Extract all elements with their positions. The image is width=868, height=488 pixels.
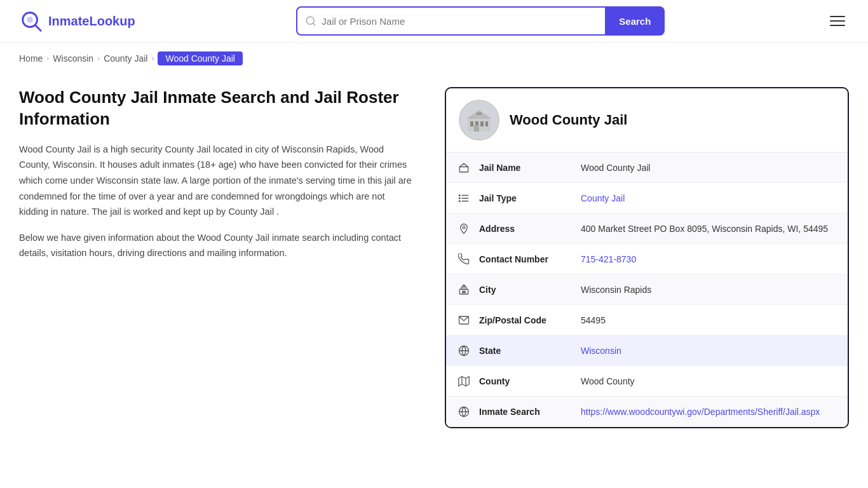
svg-rect-13 xyxy=(459,166,468,172)
info-label: Zip/Postal Code xyxy=(474,309,576,332)
svg-rect-23 xyxy=(463,285,465,287)
info-label: County xyxy=(474,370,576,393)
info-card-header: Wood County Jail xyxy=(446,88,848,152)
svg-point-20 xyxy=(463,226,465,228)
svg-rect-9 xyxy=(485,121,488,126)
description-para-1: Wood County Jail is a high security Coun… xyxy=(19,142,413,220)
svg-line-1 xyxy=(36,25,41,31)
breadcrumb-current: Wood County Jail xyxy=(158,51,242,65)
table-row: Inmate Searchhttps://www.woodcountywi.go… xyxy=(446,396,848,427)
info-value: Wood County xyxy=(576,370,848,393)
info-value[interactable]: Wisconsin xyxy=(576,339,848,362)
hamburger-line-2 xyxy=(830,20,845,22)
globe-icon xyxy=(446,339,474,363)
search-input-wrap xyxy=(296,6,605,36)
svg-point-17 xyxy=(459,194,460,196)
main-content: Wood County Jail Inmate Search and Jail … xyxy=(0,74,868,454)
breadcrumb-sep-1: › xyxy=(46,54,49,63)
logo-icon xyxy=(19,9,43,33)
svg-rect-21 xyxy=(459,289,468,294)
search-icon xyxy=(305,15,316,27)
breadcrumb-sep-2: › xyxy=(97,54,100,63)
info-card-title: Wood County Jail xyxy=(510,112,627,128)
list-icon xyxy=(446,186,474,210)
map-icon xyxy=(446,369,474,393)
phone-icon xyxy=(446,247,474,271)
right-column: Wood County Jail Jail NameWood County Ja… xyxy=(445,87,849,428)
info-card: Wood County Jail Jail NameWood County Ja… xyxy=(445,87,849,428)
logo-text: InmateLookup xyxy=(48,14,135,29)
info-label: City xyxy=(474,278,576,301)
svg-rect-24 xyxy=(463,291,464,292)
breadcrumb: Home › Wisconsin › County Jail › Wood Co… xyxy=(0,43,868,74)
jail-building-icon xyxy=(465,106,493,134)
svg-point-19 xyxy=(459,200,460,201)
info-label: State xyxy=(474,339,576,362)
jail-avatar xyxy=(459,100,499,140)
info-label: Jail Name xyxy=(474,156,576,179)
hamburger-line-1 xyxy=(830,16,845,17)
building-icon xyxy=(446,156,474,180)
svg-point-18 xyxy=(459,198,460,199)
info-value: Wisconsin Rapids xyxy=(576,278,848,301)
page-title: Wood County Jail Inmate Search and Jail … xyxy=(19,87,413,130)
info-label: Contact Number xyxy=(474,248,576,271)
breadcrumb-sep-3: › xyxy=(151,54,154,63)
city-icon xyxy=(446,278,474,302)
table-row: Zip/Postal Code54495 xyxy=(446,305,848,336)
svg-rect-12 xyxy=(477,112,482,115)
info-value[interactable]: https://www.woodcountywi.gov/Departments… xyxy=(576,400,848,423)
info-table: Jail NameWood County JailJail TypeCounty… xyxy=(446,152,848,427)
svg-rect-8 xyxy=(480,121,484,126)
logo[interactable]: InmateLookup xyxy=(19,9,135,33)
search-bar: Search xyxy=(296,6,665,36)
breadcrumb-type[interactable]: County Jail xyxy=(104,53,147,64)
search-input[interactable] xyxy=(322,16,597,27)
table-row: StateWisconsin xyxy=(446,336,848,366)
table-row: Jail TypeCounty Jail xyxy=(446,183,848,214)
globe2-icon xyxy=(446,400,474,424)
svg-line-4 xyxy=(313,23,315,25)
svg-marker-29 xyxy=(459,376,470,386)
header: InmateLookup Search xyxy=(0,0,868,43)
mail-icon xyxy=(446,308,474,332)
left-column: Wood County Jail Inmate Search and Jail … xyxy=(19,87,426,271)
info-value[interactable]: County Jail xyxy=(576,187,848,210)
info-value[interactable]: 715-421-8730 xyxy=(576,248,848,271)
info-label: Jail Type xyxy=(474,187,576,210)
search-button[interactable]: Search xyxy=(605,6,665,36)
description-para-2: Below we have given information about th… xyxy=(19,230,413,261)
table-row: Contact Number715-421-8730 xyxy=(446,244,848,274)
info-value: 400 Market Street PO Box 8095, Wisconsin… xyxy=(576,217,848,240)
info-value: 54495 xyxy=(576,309,848,332)
breadcrumb-state[interactable]: Wisconsin xyxy=(53,53,93,64)
pin-icon xyxy=(446,217,474,241)
info-label: Address xyxy=(474,217,576,240)
menu-button[interactable] xyxy=(826,12,849,30)
table-row: Address400 Market Street PO Box 8095, Wi… xyxy=(446,214,848,244)
svg-rect-10 xyxy=(474,125,479,132)
hamburger-line-3 xyxy=(830,25,845,26)
info-value: Wood County Jail xyxy=(576,156,848,179)
table-row: CityWisconsin Rapids xyxy=(446,274,848,305)
svg-point-2 xyxy=(27,17,33,22)
svg-rect-25 xyxy=(465,291,466,292)
info-label: Inmate Search xyxy=(474,400,576,423)
svg-rect-6 xyxy=(470,121,473,126)
breadcrumb-home[interactable]: Home xyxy=(19,53,43,64)
table-row: Jail NameWood County Jail xyxy=(446,152,848,183)
table-row: CountyWood County xyxy=(446,366,848,396)
